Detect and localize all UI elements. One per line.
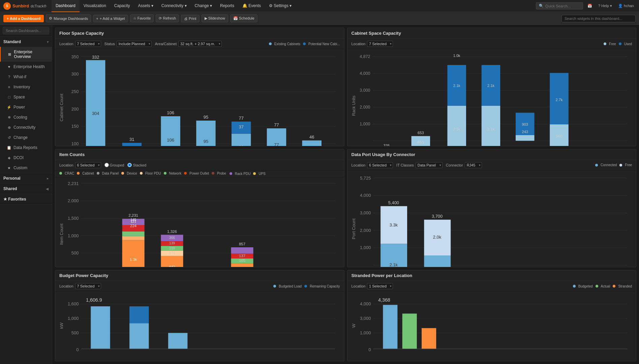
sidebar-item-enterprise-overview[interactable]: ⊞ Enterprise Overview (0, 47, 52, 62)
item-counts-title: Item Counts (55, 149, 344, 160)
sidebar-section-standard-header[interactable]: Standard ▾ (0, 37, 52, 47)
bar-siteb-free[interactable] (481, 106, 500, 146)
refresh-button[interactable]: ⟳ Refresh (156, 14, 179, 22)
item-counts-controls: Location 6 Selected Grouped Stacked (55, 160, 344, 171)
port-connector-group: Connector RJ45 (446, 162, 482, 168)
budget-bar-3[interactable] (168, 333, 187, 349)
sidebar-item-inventory[interactable]: ≡ Inventory (0, 82, 52, 92)
svg-text:4,872: 4,872 (360, 54, 370, 59)
global-search-input[interactable] (545, 4, 580, 8)
bar-sitea-cabinet[interactable] (122, 240, 145, 267)
calendar-icon[interactable]: 📅 (586, 4, 594, 8)
widget-search-input[interactable] (561, 15, 636, 22)
sidebar-item-power[interactable]: ⚡ Power (0, 102, 52, 112)
sidebar-section-shared-header[interactable]: Shared ◀ (0, 184, 52, 194)
schedule-button[interactable]: 📅 Schedule (230, 14, 257, 22)
nav-assets[interactable]: Assets ▾ (134, 0, 157, 12)
svg-text:31: 31 (129, 137, 134, 142)
nav-capacity[interactable]: Capacity (110, 0, 134, 12)
bar-sitea-device[interactable] (122, 236, 145, 240)
bar-sitea-free[interactable] (447, 106, 466, 146)
budget-bar-1[interactable] (91, 306, 110, 349)
user-menu[interactable]: 👤 hchan (616, 4, 636, 8)
datapanel-dot (97, 172, 99, 175)
sidebar-section-personal-header[interactable]: Personal ▸ (0, 173, 52, 183)
floor-space-area-select[interactable]: 32 sq.ft. + 2.97 sq.m. (178, 41, 222, 47)
bar-sitec-free[interactable] (516, 135, 535, 141)
location-label: Location (59, 42, 73, 46)
svg-text:200: 200 (71, 107, 79, 112)
nav-change[interactable]: Change ▾ (191, 0, 216, 12)
manage-dashboards-button[interactable]: ⚙ Manage Dashboards (46, 14, 91, 22)
bar-ccb2-existing[interactable] (86, 60, 105, 146)
sidebar-item-custom[interactable]: ★ Custom (0, 163, 52, 173)
grouped-radio[interactable] (104, 163, 109, 167)
svg-text:300: 300 (71, 71, 79, 77)
port-connector-select[interactable]: RJ45 (465, 162, 482, 168)
location-select-wrap: 7 Selected (75, 41, 101, 47)
cabinet-location-select[interactable]: 7 Selected (367, 41, 393, 47)
stacked-radio-label[interactable]: Stacked (127, 163, 146, 167)
stranded-bar-actual[interactable] (402, 314, 417, 349)
bar-siteidf[interactable] (302, 141, 322, 146)
port-location-select[interactable]: 6 Selected (367, 162, 393, 168)
sidebar-item-enterprise-health[interactable]: ♥ Enterprise Health (0, 62, 52, 72)
item-location-select[interactable]: 6 Selected (75, 162, 101, 168)
svg-text:Item Count: Item Count (59, 223, 64, 245)
nav-reports[interactable]: Reports (216, 0, 238, 12)
svg-text:2.5k: 2.5k (453, 127, 460, 131)
grouped-radio-label[interactable]: Grouped (104, 163, 124, 167)
port-it-classes-select[interactable]: Data Panel (416, 162, 443, 168)
sidebar-item-change[interactable]: ↺ Change (0, 132, 52, 143)
sidebar-item-space[interactable]: □ Space (0, 92, 52, 102)
stranded-location-select[interactable]: 1 Selected (367, 283, 393, 289)
nav-events[interactable]: 🔔 Events (238, 0, 265, 12)
sidebar-search-input[interactable] (3, 27, 49, 34)
stranded-bar-stranded[interactable] (422, 328, 436, 349)
bar-siteb-port-connected[interactable] (424, 255, 451, 268)
bar-sitea-network[interactable] (122, 231, 145, 236)
bar-sitecolo-cabinet[interactable] (231, 263, 253, 268)
sidebar-item-connectivity[interactable]: ⊕ Connectivity (0, 122, 52, 132)
poweroutlet-dot (184, 172, 187, 175)
cooling-icon: ❄ (7, 115, 11, 120)
nav-dashboard[interactable]: Dashboard (52, 0, 80, 12)
budget-location-select[interactable]: 7 Selected (75, 283, 101, 289)
personal-section-label: Personal (3, 176, 21, 181)
sidebar-item-cooling[interactable]: ❄ Cooling (0, 112, 52, 122)
add-widget-button[interactable]: + + Add a Widget (93, 15, 128, 22)
sidebar-section-favorites-header[interactable]: ★ Favorites (0, 194, 52, 204)
sidebar-item-data-reports[interactable]: 📋 Data Reports (0, 143, 52, 153)
bar-edcden01-new[interactable] (122, 143, 142, 146)
svg-text:4,000: 4,000 (360, 193, 371, 198)
sidebar-item-label: Enterprise Overview (14, 50, 49, 59)
item-counts-chart: Item Count 2,231 2,000 1,500 1,000 500 0… (55, 177, 344, 268)
global-search[interactable]: 🔍 (536, 2, 583, 9)
budget-bar-2[interactable] (129, 324, 149, 349)
brand-name: Sunbird (12, 3, 29, 8)
bar-sitecolo-rackpdu[interactable] (231, 247, 253, 254)
nav-right: 🔍 📅 ? Help ▾ 👤 hchan (536, 2, 636, 9)
floor-space-status-select[interactable]: Include Planned (117, 41, 152, 47)
nav-settings[interactable]: ⚙ Settings ▾ (265, 0, 296, 12)
stacked-radio[interactable] (127, 163, 132, 167)
svg-text:2.7k: 2.7k (555, 98, 562, 102)
floor-space-location-select[interactable]: 7 Selected (75, 41, 101, 47)
sidebar-item-dcoi[interactable]: ◈ DCOI (0, 153, 52, 163)
print-button[interactable]: 🖨 Print (181, 15, 200, 22)
sidebar-item-label: Inventory (13, 85, 30, 89)
main-content: Floor Space Capacity Location 7 Selected… (52, 25, 639, 364)
svg-text:1,000: 1,000 (68, 316, 79, 321)
slideshow-button[interactable]: ▶ Slideshow (202, 14, 228, 22)
favorite-button[interactable]: ☆ Favorite (130, 14, 154, 22)
svg-text:2.1k: 2.1k (487, 127, 494, 131)
add-dashboard-button[interactable]: + Add a Dashboard (3, 15, 44, 22)
budget-bar-2-rem[interactable] (129, 306, 149, 323)
nav-visualization[interactable]: Visualization (80, 0, 110, 12)
sidebar-item-what-if[interactable]: ? What-if (0, 72, 52, 82)
sidebar-section-shared: Shared ◀ (0, 184, 52, 194)
svg-text:857: 857 (239, 242, 245, 246)
help-button[interactable]: ? Help ▾ (597, 4, 614, 8)
nav-connectivity[interactable]: Connectivity ▾ (157, 0, 191, 12)
stranded-bar-budgeted[interactable] (383, 305, 397, 349)
